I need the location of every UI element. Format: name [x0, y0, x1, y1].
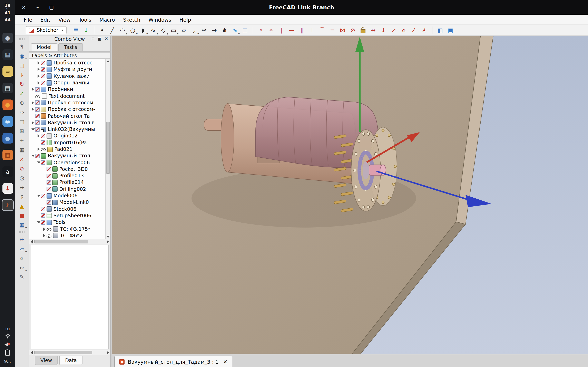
- delete-all-constraints-button[interactable]: ⊘: [17, 164, 27, 173]
- select-conflicting-button[interactable]: ▲: [17, 202, 27, 210]
- scroll-down-icon[interactable]: [106, 234, 110, 239]
- menu-windows[interactable]: Windows: [145, 16, 175, 24]
- close-document-icon[interactable]: ✕: [223, 359, 227, 365]
- constrain-point-on-object-button[interactable]: ⌖: [267, 26, 276, 35]
- tree-expander-icon[interactable]: [42, 227, 47, 231]
- float-panel-button[interactable]: ▫: [91, 36, 95, 41]
- tree-expander-icon[interactable]: [36, 61, 41, 64]
- tree-item[interactable]: Drilling002: [29, 186, 105, 192]
- tree-item[interactable]: Пробка с отсос: [29, 59, 105, 66]
- pencil-button[interactable]: ✎: [17, 273, 27, 281]
- tree-item[interactable]: Кулачок зажи: [29, 73, 105, 80]
- property-horizontal-scrollbar[interactable]: [29, 350, 110, 355]
- tree-item[interactable]: Model-Link0: [29, 199, 105, 206]
- create-slot-button[interactable]: ▱: [179, 26, 188, 35]
- dock-panel-button[interactable]: ▣: [97, 36, 102, 41]
- app-freecad[interactable]: ✳: [2, 200, 13, 211]
- tree-item[interactable]: ТС: Ф3.175*: [29, 226, 105, 233]
- tab-model[interactable]: Model: [31, 43, 57, 51]
- tree-item[interactable]: Operations006: [29, 159, 105, 166]
- tree-item[interactable]: Model006: [29, 192, 105, 199]
- constrain-block-button[interactable]: ⊘: [348, 26, 357, 35]
- constrain-snell-button[interactable]: ∡: [420, 26, 429, 35]
- create-fillet-button[interactable]: ◞▾: [190, 26, 199, 35]
- tree-item[interactable]: Пробники: [29, 86, 105, 93]
- constrain-distance-button[interactable]: ↗: [389, 26, 398, 35]
- tree-item[interactable]: Profile013: [29, 173, 105, 179]
- move-button[interactable]: +: [17, 136, 27, 145]
- tree-expander-icon[interactable]: [42, 234, 47, 237]
- create-bspline-button[interactable]: ∿▾: [149, 26, 158, 35]
- constrain-angle-button[interactable]: ∠: [410, 26, 419, 35]
- tree-expander-icon[interactable]: [31, 101, 35, 104]
- map-sketch-button[interactable]: ↧: [17, 71, 27, 79]
- tree-item[interactable]: Import016(Pa: [29, 139, 105, 146]
- measure-button[interactable]: ⌀: [17, 254, 27, 263]
- view-section-button[interactable]: ◫: [17, 61, 27, 70]
- app-a-terminal[interactable]: a: [2, 167, 13, 177]
- tree-item[interactable]: Tools: [29, 219, 105, 226]
- scroll-right-icon[interactable]: [105, 239, 110, 244]
- tree-expander-icon[interactable]: [36, 195, 41, 197]
- clone-button[interactable]: ◫: [17, 117, 27, 126]
- close-window-button[interactable]: ×: [21, 5, 26, 10]
- viewport-3d[interactable]: [112, 35, 588, 354]
- close-panel-button[interactable]: ×: [104, 36, 108, 41]
- tree-expander-icon[interactable]: [36, 68, 41, 71]
- menu-sketch[interactable]: Sketch: [120, 16, 144, 24]
- tree-expander-icon[interactable]: [31, 121, 35, 124]
- activate-constraint-button[interactable]: ▣: [446, 26, 455, 35]
- save-file-button[interactable]: ↓: [82, 26, 91, 35]
- clipboard-icon[interactable]: [5, 350, 10, 356]
- menu-file[interactable]: File: [20, 16, 36, 24]
- tree-expander-icon[interactable]: [31, 88, 35, 91]
- create-conic-button[interactable]: ◗▾: [138, 26, 147, 35]
- tree-item[interactable]: SetupSheet006: [29, 212, 105, 219]
- workbench-selector[interactable]: Sketcher ▾: [26, 26, 67, 34]
- app-window-tiles[interactable]: ▦: [2, 50, 13, 60]
- tree-item[interactable]: Пробка с отсосом-: [29, 100, 105, 106]
- leave-sketch-button[interactable]: ↰: [17, 42, 27, 51]
- constrain-tangent-button[interactable]: ⌒: [318, 26, 327, 35]
- constrain-horizontal-button[interactable]: —: [287, 26, 296, 35]
- constrain-distance-x-button[interactable]: ↔: [369, 26, 378, 35]
- create-circle-button[interactable]: ○▾: [128, 26, 137, 35]
- scroll-up-icon[interactable]: [106, 59, 110, 64]
- tab-data[interactable]: Data: [60, 356, 82, 365]
- validate-sketch-button[interactable]: ✓: [17, 89, 27, 98]
- toolbar-grip[interactable]: [18, 38, 25, 40]
- toolbar-grip[interactable]: [18, 231, 25, 233]
- constrain-equal-button[interactable]: =: [328, 26, 337, 35]
- tab-tasks[interactable]: Tasks: [58, 43, 83, 51]
- tree-expander-icon[interactable]: [36, 221, 41, 224]
- tree-item[interactable]: Stock006: [29, 206, 105, 212]
- snap-toggle-button[interactable]: ✳: [17, 235, 27, 244]
- document-tab[interactable]: Вакуумный_стол_для_Тадам_3 : 1 ✕: [114, 356, 232, 367]
- app-sphere[interactable]: ●: [2, 33, 13, 43]
- merge-sketches-button[interactable]: ⊕: [17, 99, 27, 107]
- create-rectangle-button[interactable]: ▭▾: [169, 26, 178, 35]
- tree-item[interactable]: ТС: Ф6*2: [29, 232, 105, 239]
- select-horizontal-axis-button[interactable]: ↔: [17, 183, 27, 192]
- tree-scroll-thumb[interactable]: [106, 122, 110, 174]
- menu-view[interactable]: View: [55, 16, 74, 24]
- tree-expander-icon[interactable]: [36, 81, 41, 84]
- create-line-button[interactable]: ╱: [108, 26, 117, 35]
- rectangular-array-button[interactable]: ▦: [17, 146, 27, 154]
- scroll-left-icon[interactable]: [29, 239, 34, 244]
- tree-item[interactable]: Link032(Вакуумны: [29, 126, 105, 133]
- app-web-globe[interactable]: ●: [2, 133, 13, 144]
- constrain-parallel-button[interactable]: ∥: [297, 26, 306, 35]
- split-edge-button[interactable]: ⋔: [220, 26, 229, 35]
- carbon-copy-button[interactable]: ◫: [241, 26, 250, 35]
- copy-button[interactable]: ⊞: [17, 127, 27, 135]
- scroll-left-icon[interactable]: [29, 350, 34, 355]
- create-arc-button[interactable]: ◠▾: [118, 26, 127, 35]
- tree-header[interactable]: Labels & Attributes: [29, 52, 110, 59]
- menu-tools[interactable]: Tools: [75, 16, 95, 24]
- view-sketch-button[interactable]: ◉▾: [17, 52, 27, 60]
- reorient-sketch-button[interactable]: ↻: [17, 80, 27, 89]
- tree-expander-icon[interactable]: [36, 75, 41, 78]
- app-teapot[interactable]: ☕: [2, 66, 13, 77]
- toggle-driving-constraint-button[interactable]: ◧: [436, 26, 445, 35]
